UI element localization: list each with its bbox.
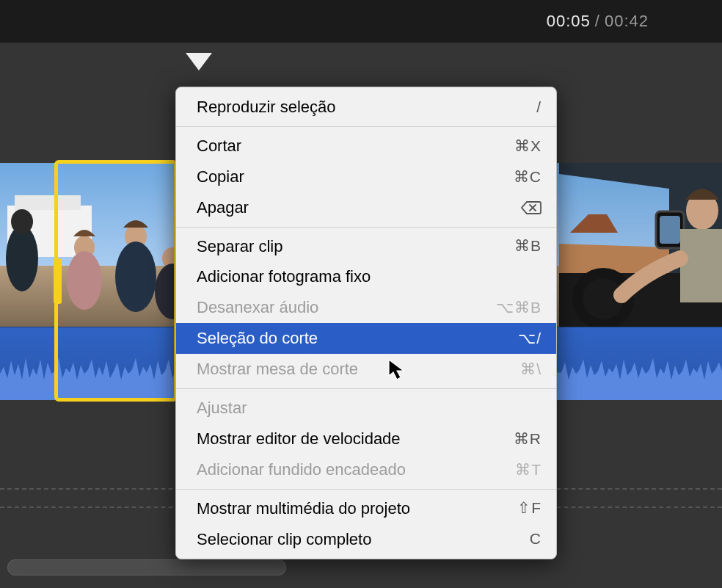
menu-item-label: Apagar [197,196,521,219]
svg-rect-19 [680,229,722,302]
menu-item-select-clip[interactable]: Selecionar clip completoC [176,524,556,555]
menu-separator [176,388,556,389]
playhead-indicator[interactable] [186,53,212,73]
total-time: 00:42 [605,12,649,31]
svg-point-5 [6,225,38,291]
menu-item-label: Mostrar multimédia do projeto [197,497,517,520]
menu-item-shortcut: ⌘T [515,459,542,481]
menu-item-label: Adicionar fotograma fixo [197,265,542,288]
menu-separator [176,489,556,490]
menu-item-show-media[interactable]: Mostrar multimédia do projeto⇧F [176,493,556,524]
menu-item-cut[interactable]: Cortar⌘X [176,131,556,161]
menu-item-shortcut: ⌘R [514,428,542,450]
menu-item-shortcut: ⌥/ [518,327,542,349]
cursor-icon [387,358,406,383]
menu-item-play-selection[interactable]: Reproduzir seleção/ [176,92,556,123]
menu-item-label: Separar clip [197,235,514,258]
menu-item-shortcut: C [530,528,542,550]
menu-item-label: Adicionar fundido encadeado [197,458,515,482]
menu-item-freeze[interactable]: Adicionar fotograma fixo [176,261,556,292]
svg-marker-0 [186,53,212,70]
menu-item-split[interactable]: Separar clip⌘B [176,231,556,262]
menu-item-speed-editor[interactable]: Mostrar editor de velocidade⌘R [176,424,556,454]
menu-item-label: Desanexar áudio [197,296,496,319]
menu-item-label: Mostrar editor de velocidade [197,427,514,451]
menu-item-show-trim: Mostrar mesa de corte⌘\ [176,354,556,385]
menu-item-crossfade: Adicionar fundido encadeado⌘T [176,454,556,485]
menu-separator [176,126,556,127]
menu-item-label: Copiar [197,165,514,189]
context-menu: Reproduzir seleção/Cortar⌘XCopiar⌘CApaga… [175,87,557,559]
clip-thumbnail-2[interactable] [559,163,722,327]
menu-item-shortcut: ⌘C [514,166,542,188]
time-display: 00:05 / 00:42 [0,0,722,43]
current-time: 00:05 [547,12,591,31]
menu-item-label: Cortar [197,134,514,158]
menu-item-shortcut: ⌥⌘B [496,297,542,319]
svg-rect-17 [660,216,680,244]
menu-item-shortcut: ⌘B [514,235,542,257]
delete-left-icon [521,200,542,215]
menu-item-label: Mostrar mesa de corte [197,357,520,381]
menu-item-shortcut: ⌘X [514,135,542,157]
timeline-scrollbar[interactable] [7,559,286,576]
menu-item-shortcut: ⌘\ [520,358,542,380]
menu-item-adjust: Ajustar [176,393,556,424]
menu-item-copy[interactable]: Copiar⌘C [176,161,556,192]
menu-item-shortcut: / [536,96,542,118]
menu-item-delete[interactable]: Apagar [176,192,556,223]
menu-item-detach-audio: Desanexar áudio⌥⌘B [176,292,556,323]
svg-point-6 [11,209,33,234]
time-separator: / [595,12,600,31]
menu-item-label: Selecionar clip completo [197,528,530,551]
menu-item-label: Seleção do corte [197,327,518,350]
menu-item-label: Reproduzir seleção [197,95,536,119]
selection-range[interactable] [54,160,178,402]
menu-item-trim-selection[interactable]: Seleção do corte⌥/ [176,323,556,354]
menu-item-shortcut: ⇧F [517,497,542,519]
menu-item-label: Ajustar [197,396,542,420]
menu-separator [176,227,556,228]
selection-left-handle[interactable] [54,258,62,304]
